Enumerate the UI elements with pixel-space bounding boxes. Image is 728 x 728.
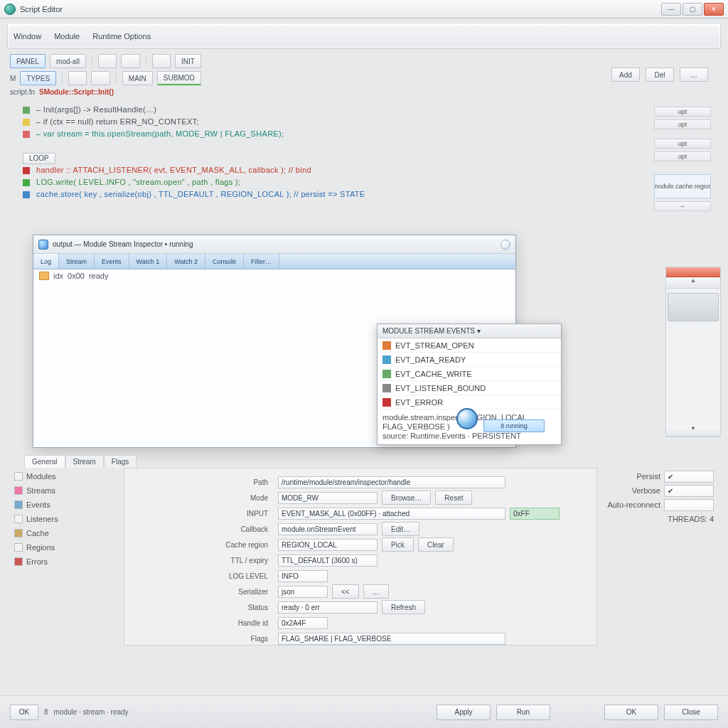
child-help-icon[interactable] <box>500 240 510 250</box>
tb-blank3[interactable] <box>152 54 171 68</box>
popup-item[interactable]: EVT_ERROR <box>378 395 561 410</box>
tb-blank5[interactable] <box>91 71 109 85</box>
prop-input[interactable]: INFO <box>278 570 328 582</box>
footer-close-button[interactable]: Close <box>664 705 718 720</box>
menu-window[interactable]: Window <box>12 29 43 43</box>
hdr-more-button[interactable]: … <box>680 68 708 82</box>
prop-key: Status <box>130 604 272 611</box>
prop-input[interactable]: ready · 0 err <box>278 601 378 614</box>
tb-types[interactable]: TYPES <box>20 71 56 85</box>
menu-bar: Window Module Runtime Options <box>7 24 721 48</box>
prop-input[interactable]: EVENT_MASK_ALL (0x00FF) · attached <box>278 508 505 520</box>
footer-ok-button[interactable]: OK <box>604 705 658 720</box>
hdr-del-button[interactable]: Del <box>646 68 674 82</box>
popup-item[interactable]: EVT_DATA_READY <box>378 353 561 367</box>
tb-modall[interactable]: mod-all <box>50 54 86 68</box>
menu-module[interactable]: Module <box>53 29 81 43</box>
child-tab[interactable]: Console <box>205 254 244 269</box>
code-line: cache.store( key , serialize(obj) , TTL_… <box>36 188 365 200</box>
prop-input[interactable]: /runtime/module/stream/inspector/handle <box>278 476 505 488</box>
scroll-down-button[interactable]: ▼ <box>666 425 720 437</box>
prev-button[interactable]: << <box>332 584 359 599</box>
child-tab[interactable]: Watch 2 <box>167 254 205 269</box>
scroll-track[interactable] <box>666 289 720 425</box>
rp-pill[interactable]: opt <box>654 151 711 161</box>
tb-main[interactable]: MAIN <box>122 71 153 85</box>
cat-item[interactable]: Errors <box>14 555 100 569</box>
edit-button[interactable]: Edit… <box>382 522 419 536</box>
tb-blank1[interactable] <box>98 54 117 68</box>
rp-box[interactable]: module.cache.region <box>654 174 711 198</box>
script-fn-value: SModule::Script::Init() <box>39 88 114 96</box>
clear-button[interactable]: Clear <box>418 537 454 552</box>
child-tab[interactable]: Stream <box>59 254 95 269</box>
footer-ok-mini[interactable]: OK <box>10 705 38 720</box>
footer-run-button[interactable]: Run <box>496 705 550 720</box>
task-orb-icon[interactable] <box>456 408 478 429</box>
prop-input[interactable]: json <box>278 586 328 598</box>
menu-runtime[interactable]: Runtime Options <box>91 29 152 43</box>
cat-item[interactable]: Streams <box>14 483 100 498</box>
hdr-add-button[interactable]: Add <box>611 68 640 82</box>
tb-panel[interactable]: PANEL <box>10 54 46 68</box>
form-tab[interactable]: General <box>24 455 65 468</box>
scroll-up-button[interactable]: ▲ <box>666 277 720 289</box>
cat-item[interactable]: Listeners <box>14 512 100 526</box>
title-bar: Script Editor — ▢ ✕ <box>0 0 728 18</box>
form-tab[interactable]: Flags <box>104 455 136 468</box>
prop-key: LOG LEVEL <box>130 572 272 580</box>
child-tab[interactable]: Log <box>33 254 59 269</box>
tb-init[interactable]: INIT <box>175 54 201 68</box>
popup-header[interactable]: MODULE STREAM EVENTS ▾ <box>378 324 561 338</box>
pane-close-button[interactable] <box>666 267 720 277</box>
popup-item[interactable]: EVT_LISTENER_BOUND <box>378 381 561 395</box>
tb-blank2[interactable] <box>121 54 139 68</box>
form-tab[interactable]: Stream <box>65 455 104 468</box>
refresh-button[interactable]: Refresh <box>382 600 425 614</box>
prop-input[interactable]: MODE_RW <box>278 492 378 504</box>
cat-item[interactable]: Events <box>14 498 100 512</box>
rp-pill[interactable]: opt <box>654 119 711 129</box>
tb-blank4[interactable] <box>68 71 87 85</box>
child-tab[interactable]: Filter… <box>244 254 279 269</box>
mask-chip[interactable]: 0xFF <box>510 508 560 520</box>
child-tab[interactable]: Events <box>95 254 129 269</box>
footer-apply-button[interactable]: Apply <box>437 705 491 720</box>
more-button[interactable]: … <box>363 584 389 599</box>
browse-button[interactable]: Browse… <box>382 491 431 505</box>
rp-pill[interactable]: opt <box>654 139 711 149</box>
reset-button[interactable]: Reset <box>435 491 472 505</box>
task-chip[interactable]: 8 running <box>483 419 545 432</box>
opt-item[interactable]: Auto-reconnect <box>607 498 714 512</box>
prop-input[interactable]: TTL_DEFAULT (3600 s) <box>278 555 378 567</box>
close-button[interactable]: ✕ <box>704 3 724 16</box>
code-line: LOG.write( LEVEL.INFO , "stream.open" , … <box>36 176 240 188</box>
separator <box>62 73 63 84</box>
rp-pill[interactable]: – <box>654 201 711 211</box>
prop-key: INPUT <box>130 510 272 518</box>
prop-input[interactable]: FLAG_SHARE | FLAG_VERBOSE <box>278 633 505 645</box>
tb-submod[interactable]: SUBMOD <box>157 71 201 85</box>
popup-item[interactable]: EVT_STREAM_OPEN <box>378 338 561 353</box>
minimize-button[interactable]: — <box>661 3 681 16</box>
child-title-bar[interactable]: output — Module Stream Inspector • runni… <box>33 235 515 254</box>
rp-pill[interactable]: opt <box>654 107 711 117</box>
cat-item[interactable]: Regions <box>14 540 100 555</box>
opt-item[interactable]: Verbose✔ <box>607 483 714 498</box>
scroll-thumb[interactable] <box>668 293 719 321</box>
child-tab[interactable]: Watch 1 <box>129 254 168 269</box>
cat-item[interactable]: Modules <box>14 469 100 483</box>
opt-item[interactable]: Persist✔ <box>607 469 714 483</box>
tb-m-label: M <box>10 75 16 82</box>
maximize-button[interactable]: ▢ <box>682 3 702 16</box>
prop-input[interactable]: 0x2A4F <box>278 617 328 629</box>
loop-chip[interactable]: LOOP <box>23 153 55 164</box>
popup-item[interactable]: EVT_CACHE_WRITE <box>378 367 561 381</box>
right-scroll-pane: ▲ ▼ <box>665 267 721 437</box>
cat-item[interactable]: Cache <box>14 526 100 540</box>
separator <box>146 55 146 67</box>
pick-button[interactable]: Pick <box>382 537 414 552</box>
prop-input[interactable]: module.onStreamEvent <box>278 523 378 535</box>
prop-key: TTL / expiry <box>130 557 272 564</box>
prop-input[interactable]: REGION_LOCAL <box>278 539 378 551</box>
